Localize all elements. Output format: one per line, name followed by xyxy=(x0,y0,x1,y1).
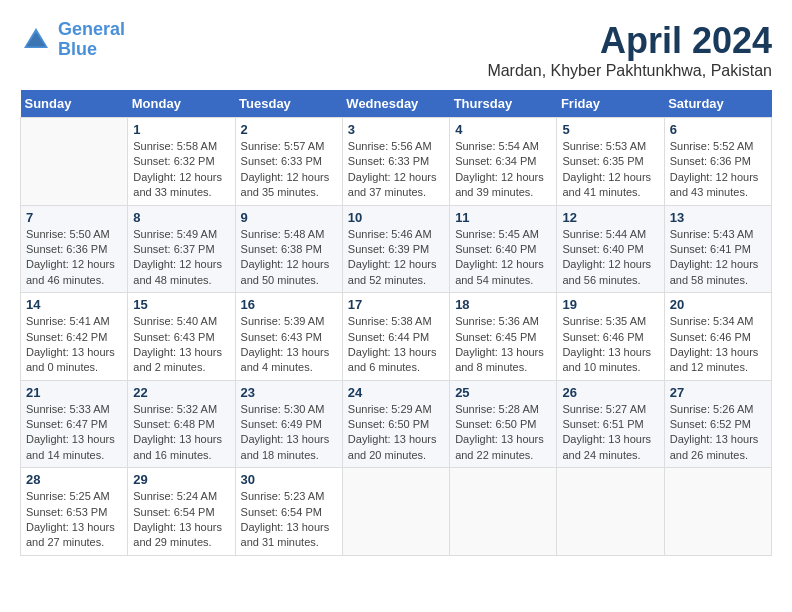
day-info: Sunrise: 5:34 AM Sunset: 6:46 PM Dayligh… xyxy=(670,314,766,376)
calendar-cell: 19Sunrise: 5:35 AM Sunset: 6:46 PM Dayli… xyxy=(557,293,664,381)
week-row-4: 21Sunrise: 5:33 AM Sunset: 6:47 PM Dayli… xyxy=(21,380,772,468)
day-info: Sunrise: 5:49 AM Sunset: 6:37 PM Dayligh… xyxy=(133,227,229,289)
day-info: Sunrise: 5:43 AM Sunset: 6:41 PM Dayligh… xyxy=(670,227,766,289)
day-number: 8 xyxy=(133,210,229,225)
calendar-cell xyxy=(450,468,557,556)
calendar-cell: 22Sunrise: 5:32 AM Sunset: 6:48 PM Dayli… xyxy=(128,380,235,468)
calendar-cell: 18Sunrise: 5:36 AM Sunset: 6:45 PM Dayli… xyxy=(450,293,557,381)
day-number: 28 xyxy=(26,472,122,487)
day-info: Sunrise: 5:48 AM Sunset: 6:38 PM Dayligh… xyxy=(241,227,337,289)
day-number: 17 xyxy=(348,297,444,312)
calendar-cell: 28Sunrise: 5:25 AM Sunset: 6:53 PM Dayli… xyxy=(21,468,128,556)
day-info: Sunrise: 5:58 AM Sunset: 6:32 PM Dayligh… xyxy=(133,139,229,201)
week-row-1: 1Sunrise: 5:58 AM Sunset: 6:32 PM Daylig… xyxy=(21,118,772,206)
day-info: Sunrise: 5:57 AM Sunset: 6:33 PM Dayligh… xyxy=(241,139,337,201)
day-info: Sunrise: 5:26 AM Sunset: 6:52 PM Dayligh… xyxy=(670,402,766,464)
day-number: 30 xyxy=(241,472,337,487)
day-number: 13 xyxy=(670,210,766,225)
day-number: 12 xyxy=(562,210,658,225)
calendar-cell: 2Sunrise: 5:57 AM Sunset: 6:33 PM Daylig… xyxy=(235,118,342,206)
day-info: Sunrise: 5:27 AM Sunset: 6:51 PM Dayligh… xyxy=(562,402,658,464)
calendar: SundayMondayTuesdayWednesdayThursdayFrid… xyxy=(20,90,772,556)
day-info: Sunrise: 5:52 AM Sunset: 6:36 PM Dayligh… xyxy=(670,139,766,201)
day-info: Sunrise: 5:25 AM Sunset: 6:53 PM Dayligh… xyxy=(26,489,122,551)
day-info: Sunrise: 5:39 AM Sunset: 6:43 PM Dayligh… xyxy=(241,314,337,376)
day-header-monday: Monday xyxy=(128,90,235,118)
calendar-cell: 15Sunrise: 5:40 AM Sunset: 6:43 PM Dayli… xyxy=(128,293,235,381)
calendar-cell xyxy=(342,468,449,556)
day-header-sunday: Sunday xyxy=(21,90,128,118)
day-number: 6 xyxy=(670,122,766,137)
day-number: 23 xyxy=(241,385,337,400)
logo-icon xyxy=(20,24,52,56)
day-header-tuesday: Tuesday xyxy=(235,90,342,118)
day-info: Sunrise: 5:41 AM Sunset: 6:42 PM Dayligh… xyxy=(26,314,122,376)
day-info: Sunrise: 5:45 AM Sunset: 6:40 PM Dayligh… xyxy=(455,227,551,289)
calendar-cell: 12Sunrise: 5:44 AM Sunset: 6:40 PM Dayli… xyxy=(557,205,664,293)
title-section: April 2024 Mardan, Khyber Pakhtunkhwa, P… xyxy=(487,20,772,80)
day-number: 27 xyxy=(670,385,766,400)
day-number: 25 xyxy=(455,385,551,400)
location: Mardan, Khyber Pakhtunkhwa, Pakistan xyxy=(487,62,772,80)
day-number: 10 xyxy=(348,210,444,225)
logo-text: General Blue xyxy=(58,20,125,60)
day-number: 16 xyxy=(241,297,337,312)
day-header-wednesday: Wednesday xyxy=(342,90,449,118)
day-info: Sunrise: 5:44 AM Sunset: 6:40 PM Dayligh… xyxy=(562,227,658,289)
day-number: 24 xyxy=(348,385,444,400)
day-number: 9 xyxy=(241,210,337,225)
calendar-cell: 20Sunrise: 5:34 AM Sunset: 6:46 PM Dayli… xyxy=(664,293,771,381)
day-number: 26 xyxy=(562,385,658,400)
day-info: Sunrise: 5:40 AM Sunset: 6:43 PM Dayligh… xyxy=(133,314,229,376)
calendar-cell: 14Sunrise: 5:41 AM Sunset: 6:42 PM Dayli… xyxy=(21,293,128,381)
day-number: 20 xyxy=(670,297,766,312)
day-info: Sunrise: 5:46 AM Sunset: 6:39 PM Dayligh… xyxy=(348,227,444,289)
calendar-cell xyxy=(557,468,664,556)
calendar-cell: 3Sunrise: 5:56 AM Sunset: 6:33 PM Daylig… xyxy=(342,118,449,206)
calendar-cell: 23Sunrise: 5:30 AM Sunset: 6:49 PM Dayli… xyxy=(235,380,342,468)
calendar-cell: 4Sunrise: 5:54 AM Sunset: 6:34 PM Daylig… xyxy=(450,118,557,206)
day-header-saturday: Saturday xyxy=(664,90,771,118)
day-number: 5 xyxy=(562,122,658,137)
week-row-3: 14Sunrise: 5:41 AM Sunset: 6:42 PM Dayli… xyxy=(21,293,772,381)
day-info: Sunrise: 5:36 AM Sunset: 6:45 PM Dayligh… xyxy=(455,314,551,376)
month-title: April 2024 xyxy=(487,20,772,62)
calendar-cell: 7Sunrise: 5:50 AM Sunset: 6:36 PM Daylig… xyxy=(21,205,128,293)
day-number: 4 xyxy=(455,122,551,137)
calendar-cell: 8Sunrise: 5:49 AM Sunset: 6:37 PM Daylig… xyxy=(128,205,235,293)
calendar-cell: 1Sunrise: 5:58 AM Sunset: 6:32 PM Daylig… xyxy=(128,118,235,206)
day-number: 1 xyxy=(133,122,229,137)
calendar-cell: 10Sunrise: 5:46 AM Sunset: 6:39 PM Dayli… xyxy=(342,205,449,293)
logo: General Blue xyxy=(20,20,125,60)
week-row-2: 7Sunrise: 5:50 AM Sunset: 6:36 PM Daylig… xyxy=(21,205,772,293)
day-info: Sunrise: 5:38 AM Sunset: 6:44 PM Dayligh… xyxy=(348,314,444,376)
day-info: Sunrise: 5:30 AM Sunset: 6:49 PM Dayligh… xyxy=(241,402,337,464)
day-number: 29 xyxy=(133,472,229,487)
day-info: Sunrise: 5:35 AM Sunset: 6:46 PM Dayligh… xyxy=(562,314,658,376)
day-header-thursday: Thursday xyxy=(450,90,557,118)
calendar-cell: 24Sunrise: 5:29 AM Sunset: 6:50 PM Dayli… xyxy=(342,380,449,468)
day-header-friday: Friday xyxy=(557,90,664,118)
calendar-cell: 11Sunrise: 5:45 AM Sunset: 6:40 PM Dayli… xyxy=(450,205,557,293)
day-number: 7 xyxy=(26,210,122,225)
calendar-cell xyxy=(21,118,128,206)
week-row-5: 28Sunrise: 5:25 AM Sunset: 6:53 PM Dayli… xyxy=(21,468,772,556)
day-info: Sunrise: 5:29 AM Sunset: 6:50 PM Dayligh… xyxy=(348,402,444,464)
day-number: 15 xyxy=(133,297,229,312)
day-info: Sunrise: 5:32 AM Sunset: 6:48 PM Dayligh… xyxy=(133,402,229,464)
day-number: 2 xyxy=(241,122,337,137)
day-number: 21 xyxy=(26,385,122,400)
day-info: Sunrise: 5:24 AM Sunset: 6:54 PM Dayligh… xyxy=(133,489,229,551)
calendar-cell: 21Sunrise: 5:33 AM Sunset: 6:47 PM Dayli… xyxy=(21,380,128,468)
header-row: SundayMondayTuesdayWednesdayThursdayFrid… xyxy=(21,90,772,118)
day-info: Sunrise: 5:28 AM Sunset: 6:50 PM Dayligh… xyxy=(455,402,551,464)
day-info: Sunrise: 5:54 AM Sunset: 6:34 PM Dayligh… xyxy=(455,139,551,201)
day-info: Sunrise: 5:33 AM Sunset: 6:47 PM Dayligh… xyxy=(26,402,122,464)
calendar-cell: 16Sunrise: 5:39 AM Sunset: 6:43 PM Dayli… xyxy=(235,293,342,381)
day-number: 3 xyxy=(348,122,444,137)
calendar-cell: 6Sunrise: 5:52 AM Sunset: 6:36 PM Daylig… xyxy=(664,118,771,206)
calendar-cell: 26Sunrise: 5:27 AM Sunset: 6:51 PM Dayli… xyxy=(557,380,664,468)
day-info: Sunrise: 5:56 AM Sunset: 6:33 PM Dayligh… xyxy=(348,139,444,201)
day-info: Sunrise: 5:53 AM Sunset: 6:35 PM Dayligh… xyxy=(562,139,658,201)
calendar-cell: 27Sunrise: 5:26 AM Sunset: 6:52 PM Dayli… xyxy=(664,380,771,468)
